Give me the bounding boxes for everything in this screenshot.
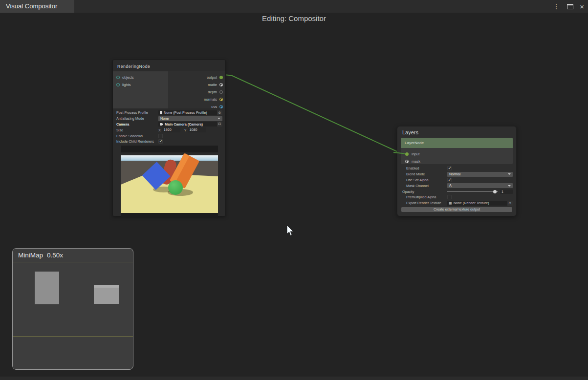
enable-shadows-checkbox[interactable] bbox=[158, 134, 163, 138]
port-input-icon[interactable] bbox=[405, 152, 409, 156]
use-src-alpha-checkbox[interactable]: ✓ bbox=[447, 178, 452, 182]
field-blend-mode: Blend Mode Normal bbox=[397, 171, 516, 177]
menu-kebab-icon[interactable]: ⋮ bbox=[552, 3, 561, 10]
port-matte[interactable]: matte bbox=[168, 81, 225, 88]
opacity-slider-handle[interactable] bbox=[493, 190, 497, 193]
rendering-node-inputs: objects lights bbox=[113, 71, 168, 108]
port-depth-icon[interactable] bbox=[219, 90, 223, 94]
field-use-src-alpha: Use Src Alpha ✓ bbox=[397, 177, 516, 183]
window-titlebar: Visual Compositor ⋮ × bbox=[0, 0, 588, 13]
camera-object-field[interactable]: Main Camera (Camera) bbox=[158, 122, 217, 127]
port-objects-icon[interactable] bbox=[116, 76, 120, 79]
port-normals-icon[interactable] bbox=[219, 98, 223, 101]
mouse-cursor bbox=[285, 224, 296, 237]
mask-channel-dropdown[interactable]: A bbox=[447, 183, 513, 188]
minimap-layers-node-rect[interactable] bbox=[94, 285, 119, 304]
render-preview-image bbox=[121, 146, 218, 218]
field-export-render-texture: Export Render Texture ▦ None (Render Tex… bbox=[397, 200, 516, 206]
minimap-viewport-bottom-edge bbox=[13, 337, 133, 337]
field-camera: Camera Main Camera (Camera) ⊡ bbox=[113, 122, 225, 127]
visual-compositor-window: Visual Compositor ⋮ × Editing: Composito… bbox=[0, 0, 588, 380]
rendering-node[interactable]: RenderingNode objects lights output m bbox=[112, 60, 226, 216]
tab-visual-compositor[interactable]: Visual Compositor bbox=[0, 0, 74, 13]
field-antialiasing-mode: Antialiasing Mode None bbox=[113, 116, 225, 122]
field-enabled: Enabled ✓ bbox=[397, 166, 516, 171]
port-normals[interactable]: normals bbox=[168, 96, 225, 103]
field-opacity: Opacity 1 bbox=[397, 189, 516, 194]
post-process-profile-object-field[interactable]: None (Post Process Profile) bbox=[158, 110, 217, 115]
port-output[interactable]: output bbox=[168, 74, 225, 81]
port-uvs[interactable]: uvs bbox=[168, 103, 225, 110]
asset-icon bbox=[160, 111, 162, 114]
close-icon[interactable]: × bbox=[580, 3, 584, 10]
port-mask-icon[interactable] bbox=[405, 160, 409, 163]
field-post-process-profile: Post Process Profile None (Post Process … bbox=[113, 110, 225, 116]
port-mask[interactable]: mask bbox=[401, 158, 513, 165]
port-matte-icon[interactable] bbox=[219, 83, 223, 86]
port-lights[interactable]: lights bbox=[113, 81, 168, 88]
layer-node-ports: input mask bbox=[401, 148, 513, 164]
export-render-texture-object-field[interactable]: ▦ None (Render Texture) bbox=[447, 201, 507, 206]
port-uvs-icon[interactable] bbox=[219, 105, 223, 108]
object-picker-icon[interactable]: ⊡ bbox=[217, 122, 222, 127]
field-include-child-renderers: Include Child Renderers ✓ bbox=[113, 139, 225, 145]
port-output-icon[interactable] bbox=[219, 76, 223, 79]
minimap-zoom-level: 0.50x bbox=[47, 252, 63, 259]
camera-icon bbox=[160, 123, 163, 126]
minimap-viewport-top-edge bbox=[13, 262, 133, 262]
editing-breadcrumb: Editing: Compositor bbox=[0, 14, 588, 22]
port-input[interactable]: input bbox=[401, 150, 513, 158]
layers-panel[interactable]: Layers LayerNode input mask Enabled ✓ bbox=[397, 126, 517, 216]
size-x-input[interactable]: 1920 bbox=[162, 127, 180, 132]
bottom-strip bbox=[0, 377, 588, 380]
object-picker-icon[interactable]: ⊙ bbox=[217, 110, 222, 115]
minimap-title: MiniMap0.50x bbox=[13, 249, 133, 259]
field-mask-channel: Mask Channel A bbox=[397, 183, 516, 189]
connection-wire-stub bbox=[393, 150, 405, 157]
antialiasing-mode-dropdown[interactable]: None bbox=[158, 116, 222, 121]
port-objects[interactable]: objects bbox=[113, 74, 168, 81]
rendering-node-outputs: output matte depth normals uvs bbox=[168, 71, 225, 108]
field-size: Size X 1920 Y 1080 bbox=[113, 127, 225, 133]
port-lights-icon[interactable] bbox=[116, 83, 120, 86]
layers-panel-title: Layers bbox=[397, 127, 516, 138]
field-premultiplied-alpha: Premultiplied Alpha bbox=[397, 194, 516, 200]
texture-icon: ▦ bbox=[449, 201, 452, 205]
include-child-renderers-checkbox[interactable]: ✓ bbox=[158, 139, 163, 144]
object-picker-icon[interactable]: ⊙ bbox=[507, 201, 513, 206]
rendering-node-title: RenderingNode bbox=[113, 60, 225, 71]
opacity-value-input[interactable]: 1 bbox=[500, 190, 513, 194]
opacity-slider[interactable] bbox=[447, 190, 498, 194]
minimap-panel[interactable]: MiniMap0.50x bbox=[12, 248, 133, 370]
premultiplied-alpha-checkbox[interactable] bbox=[447, 195, 452, 199]
minimap-rendering-node-rect[interactable] bbox=[35, 272, 59, 304]
port-depth[interactable]: depth bbox=[168, 88, 225, 96]
enabled-checkbox[interactable]: ✓ bbox=[447, 166, 452, 170]
create-external-texture-output-button[interactable]: Create external texture output bbox=[401, 207, 512, 212]
layer-node-header[interactable]: LayerNode bbox=[401, 138, 513, 148]
maximize-icon[interactable] bbox=[567, 4, 573, 9]
render-preview bbox=[121, 146, 218, 218]
blend-mode-dropdown[interactable]: Normal bbox=[447, 172, 513, 177]
size-y-input[interactable]: 1080 bbox=[188, 127, 206, 132]
field-enable-shadows: Enable Shadows bbox=[113, 133, 225, 139]
